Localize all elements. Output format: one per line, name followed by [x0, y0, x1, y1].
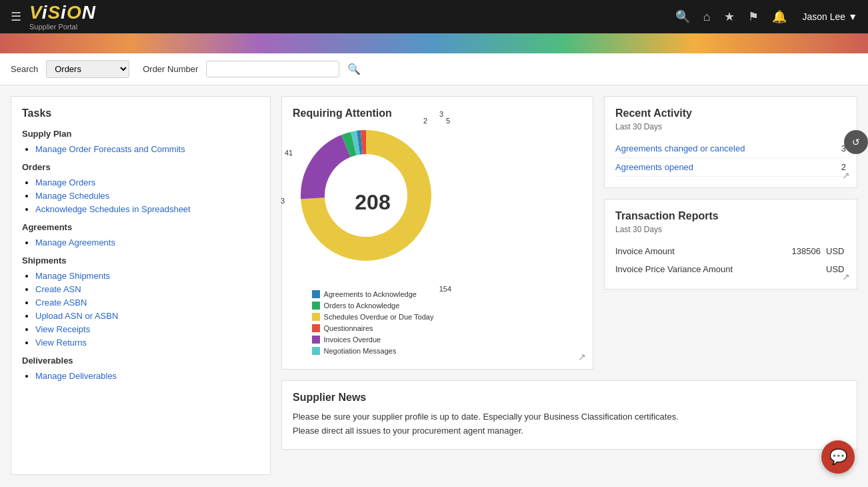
deliverables-list: Manage Deliverables [22, 371, 259, 381]
donut-chart: 208 3 2 5 41 3 154 [293, 122, 453, 282]
label-41: 41 [285, 149, 293, 157]
agreements-opened-link[interactable]: Agreements opened [615, 162, 693, 172]
list-item: Upload ASN or ASBN [35, 311, 259, 321]
search-label: Search [11, 64, 38, 74]
star-icon[interactable]: ★ [724, 9, 735, 24]
chat-button[interactable]: 💬 [821, 440, 855, 474]
attention-title: Requiring Attention [293, 107, 582, 119]
acknowledge-schedules-link[interactable]: Acknowledge Schedules in Spreadsheet [35, 204, 191, 214]
supplier-news-title: Supplier News [293, 392, 846, 404]
app-header: ☰ ViSiON Supplier Portal 🔍 ⌂ ★ ⚑ 🔔 Jason… [0, 0, 868, 33]
search-type-select[interactable]: Orders Agreements Shipments [46, 60, 129, 78]
view-receipts-link[interactable]: View Receipts [35, 324, 90, 334]
main-layout: Tasks Supply Plan Manage Order Forecasts… [0, 85, 868, 486]
legend-label-invoices: Invoices Overdue [324, 336, 381, 344]
legend-schedules: Schedules Overdue or Due Today [312, 313, 434, 321]
app-logo: ViSiON [29, 3, 675, 22]
hamburger-menu[interactable]: ☰ [11, 9, 21, 24]
list-item: Manage Schedules [35, 191, 259, 201]
agreements-changed-link[interactable]: Agreements changed or canceled [615, 143, 745, 153]
section-shipments: Shipments [22, 256, 259, 266]
user-menu[interactable]: Jason Lee ▼ [803, 11, 857, 22]
chat-icon: 💬 [829, 448, 847, 466]
activity-row: Agreements opened 2 [615, 158, 846, 177]
chart-legend: Agreements to Acknowledge Orders to Ackn… [312, 290, 434, 358]
search-icon[interactable]: 🔍 [675, 9, 690, 24]
legend-label-orders-ack: Orders to Acknowledge [324, 302, 400, 310]
sidebar-title: Tasks [22, 107, 259, 119]
legend-orders-ack: Orders to Acknowledge [312, 302, 434, 310]
legend-label-schedules: Schedules Overdue or Due Today [324, 313, 434, 321]
legend-color-teal [312, 347, 320, 355]
expand-icon[interactable]: ↗ [842, 272, 850, 282]
supply-plan-list: Manage Order Forecasts and Commits [22, 144, 259, 154]
legend-agreements-ack: Agreements to Acknowledge [312, 290, 434, 298]
right-column: Recent Activity Last 30 Days Agreements … [604, 96, 857, 370]
decorative-banner [0, 33, 868, 53]
shipments-list: Manage Shipments Create ASN Create ASBN … [22, 271, 259, 348]
orders-list: Manage Orders Manage Schedules Acknowled… [22, 177, 259, 214]
invoice-amount-value: 138506 [792, 246, 821, 256]
list-item: Acknowledge Schedules in Spreadsheet [35, 204, 259, 214]
legend-label-negotiation: Negotiation Messages [324, 347, 397, 355]
requiring-attention-card: Requiring Attention [281, 96, 593, 370]
transaction-row: Invoice Price Variance Amount USD [615, 260, 846, 278]
legend-label-questionnaires: Questionnaires [324, 324, 373, 332]
header-icons: 🔍 ⌂ ★ ⚑ 🔔 Jason Lee ▼ [675, 9, 857, 24]
content-area: Requiring Attention [281, 96, 857, 475]
legend-color-blue [312, 290, 320, 298]
legend-color-red [312, 324, 320, 332]
list-item: Manage Order Forecasts and Commits [35, 144, 259, 154]
section-orders: Orders [22, 162, 259, 172]
manage-schedules-link[interactable]: Manage Schedules [35, 191, 109, 201]
recent-activity-subtitle: Last 30 Days [615, 122, 846, 131]
list-item: Create ASN [35, 284, 259, 294]
home-icon[interactable]: ⌂ [703, 10, 711, 24]
legend-label-agreements-ack: Agreements to Acknowledge [324, 290, 417, 298]
recent-activity-title: Recent Activity [615, 107, 846, 119]
manage-agreements-link[interactable]: Manage Agreements [35, 237, 115, 248]
transaction-reports-card: Transaction Reports Last 30 Days Invoice… [604, 199, 857, 290]
activity-row: Agreements changed or canceled 3 [615, 139, 846, 158]
manage-shipments-link[interactable]: Manage Shipments [35, 271, 110, 281]
legend-invoices: Invoices Overdue [312, 336, 434, 344]
legend-color-yellow [312, 313, 320, 321]
manage-orders-link[interactable]: Manage Orders [35, 177, 95, 187]
portal-subtitle: Supplier Portal [29, 23, 675, 31]
legend-color-purple [312, 336, 320, 344]
legend-questionnaires: Questionnaires [312, 324, 434, 332]
search-input[interactable] [206, 61, 339, 77]
list-item: View Returns [35, 338, 259, 348]
transaction-title: Transaction Reports [615, 210, 846, 222]
bell-icon[interactable]: 🔔 [772, 9, 787, 24]
user-name: Jason Lee [803, 11, 846, 22]
feedback-button[interactable]: ↺ [844, 130, 868, 154]
create-asbn-link[interactable]: Create ASBN [35, 298, 87, 308]
legend-color-green [312, 302, 320, 310]
manage-order-forecasts-link[interactable]: Manage Order Forecasts and Commits [35, 144, 185, 154]
upload-asn-link[interactable]: Upload ASN or ASBN [35, 311, 118, 321]
flag-icon[interactable]: ⚑ [748, 9, 759, 24]
list-item: Manage Orders [35, 177, 259, 187]
logo-area: ViSiON Supplier Portal [29, 3, 675, 31]
expand-icon[interactable]: ↗ [842, 170, 850, 181]
supplier-news-text2: Please direct all issues to your procure… [293, 424, 846, 438]
tasks-sidebar: Tasks Supply Plan Manage Order Forecasts… [11, 96, 271, 475]
list-item: Manage Shipments [35, 271, 259, 281]
create-asn-link[interactable]: Create ASN [35, 284, 81, 294]
search-button[interactable]: 🔍 [347, 63, 361, 75]
list-item: Manage Agreements [35, 237, 259, 248]
recent-activity-card: Recent Activity Last 30 Days Agreements … [604, 96, 857, 188]
expand-icon[interactable]: ↗ [578, 352, 586, 362]
donut-total: 208 [355, 190, 390, 215]
label-3a: 3 [439, 110, 443, 118]
manage-deliverables-link[interactable]: Manage Deliverables [35, 371, 117, 381]
label-154: 154 [439, 285, 451, 293]
list-item: Manage Deliverables [35, 371, 259, 381]
top-row: Requiring Attention [281, 96, 857, 370]
list-item: View Receipts [35, 324, 259, 334]
section-supply-plan: Supply Plan [22, 129, 259, 139]
invoice-amount-currency: USD [826, 246, 846, 256]
label-3b: 3 [281, 197, 285, 205]
view-returns-link[interactable]: View Returns [35, 338, 87, 348]
